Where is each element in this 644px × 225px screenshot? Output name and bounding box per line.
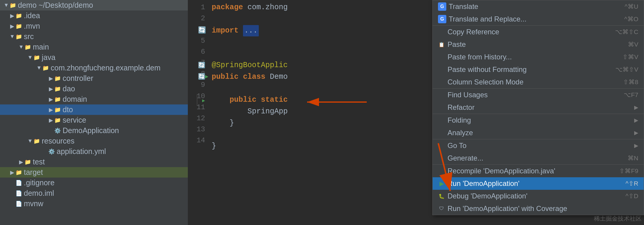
tree-java[interactable]: ▼ 📁 java	[0, 52, 188, 63]
menu-paste-history-label: Paste from History...	[448, 53, 512, 61]
menu-copy-reference-label: Copy Reference	[448, 28, 499, 36]
menu-run-label: Run 'DemoApplication'	[448, 179, 519, 188]
code-line-9: ▶ public static	[212, 94, 432, 106]
tree-dto[interactable]: ▶ 📁 dto	[0, 104, 188, 115]
tree-mvnw[interactable]: 📄 mvnw	[0, 198, 188, 209]
menu-paste-no-format[interactable]: Paste without Formatting ⌥⌘⇧V	[433, 63, 644, 76]
analyze-submenu-arrow: ▶	[634, 130, 638, 136]
translate-icon: G	[438, 2, 446, 11]
mvnw-label: mvnw	[24, 199, 43, 208]
tree-demoapplication[interactable]: ⚙️ DemoApplication	[0, 125, 188, 136]
tree-demo-iml[interactable]: 📄 demo.iml	[0, 188, 188, 198]
code-line-14	[212, 152, 432, 164]
coverage-icon: 🛡	[438, 205, 445, 212]
menu-debug[interactable]: 🐛 Debug 'DemoApplication' ^⇧D	[433, 190, 644, 202]
application-yml-label: application.yml	[57, 147, 106, 156]
run-icon: ▶	[438, 180, 445, 187]
menu-folding[interactable]: Folding ▶	[433, 114, 644, 127]
copy-reference-icon	[438, 28, 445, 36]
menu-paste-history[interactable]: Paste from History... ⇧⌘V	[433, 51, 644, 63]
tree-src[interactable]: ▼ 📁 src	[0, 31, 188, 42]
code-line-8	[212, 83, 432, 94]
menu-copy-reference-shortcut: ⌥⌘⇧C	[615, 28, 638, 36]
menu-find-usages-label: Find Usages	[448, 91, 488, 99]
editor-wrapper: 1 2 3 5 6 7 8 9 10 11 12 13 14 package c…	[188, 0, 644, 225]
java-label: java	[42, 53, 55, 62]
tree-target[interactable]: ▶ 📁 target	[0, 167, 188, 178]
menu-folding-label: Folding	[448, 116, 471, 124]
menu-translate-shortcut: ^⌘U	[625, 3, 638, 10]
arrow-icon: ▶	[18, 159, 24, 165]
menu-find-usages-shortcut: ⌥F7	[624, 91, 638, 98]
arrow-icon: ▼	[27, 138, 33, 144]
domain-label: domain	[63, 95, 87, 104]
arrow-icon: ▶	[48, 96, 54, 103]
menu-find-usages[interactable]: Find Usages ⌥F7	[433, 89, 644, 101]
menu-goto[interactable]: Go To ▶	[433, 139, 644, 152]
arrow-icon: ▶	[48, 107, 54, 113]
folding-icon	[438, 117, 445, 124]
menu-recompile[interactable]: Recompile 'DemoApplication.java' ⇧⌘F9	[433, 165, 644, 177]
menu-refactor[interactable]: Refactor ▶	[433, 101, 644, 114]
controller-label: controller	[63, 74, 93, 83]
arrow-icon: ▶	[48, 117, 54, 124]
tree-application-yml[interactable]: ⚙️ application.yml	[0, 146, 188, 157]
arrow-icon: ▼	[9, 33, 16, 40]
menu-paste-no-format-label: Paste without Formatting	[448, 65, 527, 74]
tree-root[interactable]: ▼ 📁 demo ~/Desktop/demo	[0, 0, 188, 10]
arrow-icon: ▼	[27, 54, 33, 61]
menu-run[interactable]: ▶ Run 'DemoApplication' ^⇧R	[433, 177, 644, 190]
menu-paste-shortcut: ⌘V	[628, 41, 638, 48]
src-label: src	[24, 32, 34, 41]
menu-column-select-shortcut: ⇧⌘8	[623, 78, 638, 86]
menu-paste[interactable]: 📋 Paste ⌘V	[433, 38, 644, 51]
menu-recompile-shortcut: ⇧⌘F9	[619, 167, 638, 175]
resources-label: resources	[42, 137, 75, 145]
tree-mvn[interactable]: ▶ 📁 .mvn	[0, 21, 188, 31]
menu-translate-replace-shortcut: ^⌘O	[624, 16, 638, 23]
demo-iml-label: demo.iml	[24, 189, 54, 198]
com-label: com.zhongfucheng.example.dem	[51, 64, 160, 72]
tree-domain[interactable]: ▶ 📁 domain	[0, 94, 188, 104]
menu-column-select[interactable]: Column Selection Mode ⇧⌘8	[433, 76, 644, 89]
refactor-submenu-arrow: ▶	[634, 104, 638, 111]
menu-paste-history-shortcut: ⇧⌘V	[623, 53, 638, 61]
tree-dao[interactable]: ▶ 📁 dao	[0, 84, 188, 94]
menu-debug-label: Debug 'DemoApplication'	[448, 192, 527, 200]
service-label: service	[63, 116, 86, 124]
menu-translate-replace[interactable]: G Translate and Replace... ^⌘O	[433, 13, 644, 26]
arrow-icon: ▶	[48, 75, 54, 82]
tree-com[interactable]: ▼ 📁 com.zhongfucheng.example.dem	[0, 63, 188, 73]
menu-generate[interactable]: Generate... ⌘N	[433, 152, 644, 165]
analyze-icon	[438, 129, 445, 136]
tree-resources[interactable]: ▼ 📁 resources	[0, 136, 188, 146]
menu-copy-reference[interactable]: Copy Reference ⌥⌘⇧C	[433, 26, 644, 38]
code-line-4	[212, 36, 432, 48]
refactor-icon	[438, 104, 445, 111]
menu-analyze[interactable]: Analyze ▶	[433, 127, 644, 139]
tree-idea[interactable]: ▶ 📁 .idea	[0, 10, 188, 21]
menu-translate-replace-label: Translate and Replace...	[449, 15, 527, 23]
tree-main[interactable]: ▼ 📁 main	[0, 42, 188, 52]
code-line-3: 🔄 import ...	[212, 25, 432, 37]
main-label: main	[33, 43, 49, 51]
menu-column-select-label: Column Selection Mode	[448, 78, 524, 86]
tree-controller[interactable]: ▶ 📁 controller	[0, 73, 188, 84]
gitignore-label: .gitignore	[24, 178, 55, 187]
recompile-icon	[438, 167, 445, 175]
menu-run-coverage[interactable]: 🛡 Run 'DemoApplication' with Coverage	[433, 202, 644, 215]
menu-refactor-label: Refactor	[448, 103, 475, 112]
tree-gitignore[interactable]: 📄 .gitignore	[0, 178, 188, 188]
code-line-1: package com.zhong	[212, 2, 432, 13]
menu-generate-shortcut: ⌘N	[628, 155, 638, 162]
menu-translate[interactable]: G Translate ^⌘U	[433, 0, 644, 13]
menu-generate-label: Generate...	[448, 154, 483, 162]
menu-run-shortcut: ^⇧R	[626, 180, 638, 187]
tree-service[interactable]: ▶ 📁 service	[0, 115, 188, 125]
editor-area[interactable]: 1 2 3 5 6 7 8 9 10 11 12 13 14 package c…	[188, 0, 432, 225]
arrow-icon: ▶	[9, 23, 16, 30]
arrow-icon: ▼	[3, 2, 10, 8]
code-line-5	[212, 48, 432, 60]
code-line-12	[212, 129, 432, 141]
tree-test[interactable]: ▶ 📁 test	[0, 157, 188, 167]
